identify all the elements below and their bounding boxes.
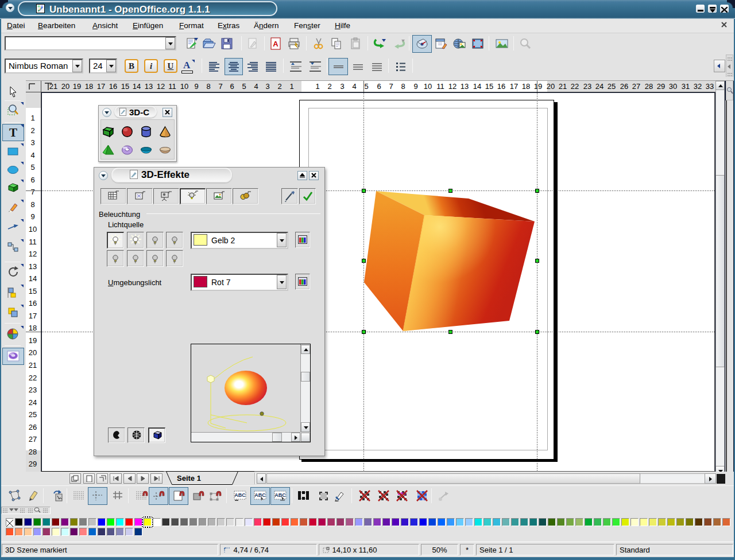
svg-text:ABC: ABC bbox=[274, 492, 286, 498]
svg-text:T: T bbox=[9, 126, 17, 139]
svg-text:ABC: ABC bbox=[234, 492, 246, 498]
svg-text:A: A bbox=[273, 40, 278, 48]
svg-text:ABC: ABC bbox=[254, 492, 266, 498]
